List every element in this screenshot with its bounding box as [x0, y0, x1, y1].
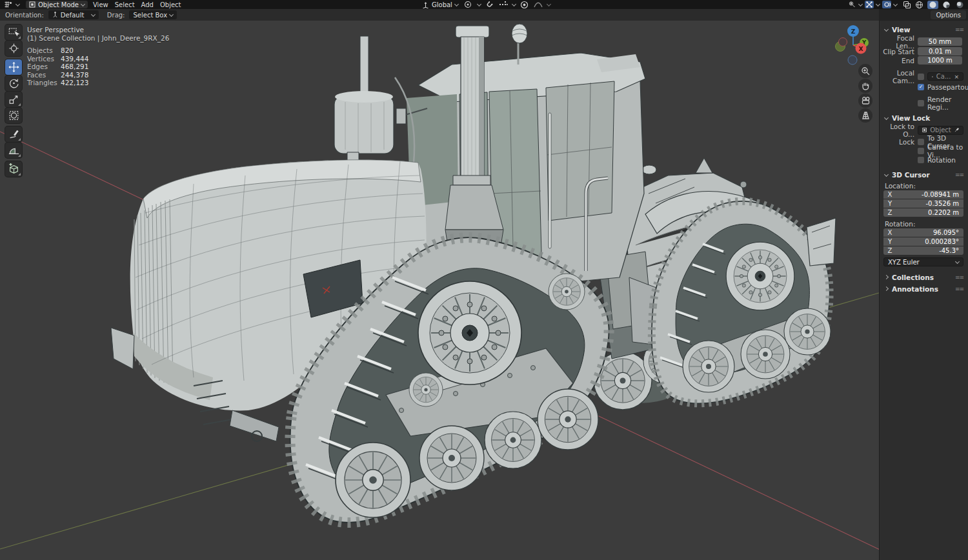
- render-region-checkbox[interactable]: [918, 100, 924, 106]
- snap-increment-icon[interactable]: [499, 1, 508, 8]
- gizmo-axis-neg-z[interactable]: [848, 55, 857, 65]
- panel-header-3d-cursor[interactable]: 3D Cursor ≡≡: [880, 170, 968, 180]
- snap-magnet-icon[interactable]: [485, 1, 494, 8]
- orientation-default-chevron-icon: [91, 12, 96, 16]
- tool-select-box[interactable]: [5, 25, 22, 40]
- rotation-order-dropdown[interactable]: XYZ Euler: [883, 257, 963, 266]
- panel-view-chevron-icon: [884, 26, 889, 31]
- cursor-location-x-field[interactable]: X-0.08941 m: [883, 190, 963, 199]
- cursor-rotation-x-field[interactable]: X96.095°: [883, 228, 963, 237]
- panel-drag-handle-icon[interactable]: ≡≡: [955, 286, 963, 292]
- tool-transform[interactable]: [5, 108, 22, 123]
- cursor-rotation-y-field[interactable]: Y0.000283°: [883, 237, 963, 246]
- orientation-default-dropdown[interactable]: Default: [48, 10, 99, 19]
- xray-toggle-icon[interactable]: [902, 1, 911, 8]
- lock-to-cursor-checkbox[interactable]: [918, 139, 924, 145]
- navigation-gizmo[interactable]: Z Y X: [831, 22, 876, 67]
- zoom-button[interactable]: [858, 64, 872, 78]
- tool-annotate[interactable]: [5, 126, 22, 142]
- clip-start-field[interactable]: 0.01 m: [918, 47, 962, 55]
- cursor-location-label: Location:: [885, 182, 916, 190]
- camera-view-button[interactable]: [858, 94, 872, 108]
- clip-end-row: End 1000 m: [880, 56, 968, 65]
- local-camera-checkbox[interactable]: [918, 74, 924, 80]
- panel-drag-handle-icon[interactable]: ≡≡: [955, 172, 963, 178]
- gizmo-axis-neg-x[interactable]: [839, 38, 847, 46]
- local-view-icon[interactable]: [882, 1, 891, 8]
- panel-header-collections[interactable]: Collections ≡≡: [880, 272, 968, 283]
- orientation-chevron-icon: [454, 1, 459, 6]
- falloff-chevron-icon[interactable]: [547, 1, 551, 6]
- lock-to-object-row: Lock to O... Object: [880, 126, 968, 134]
- menu-add[interactable]: Add: [140, 1, 155, 8]
- object-data-icon: [922, 127, 927, 133]
- scene-canvas: [0, 21, 879, 560]
- editor-type-chevron-icon[interactable]: [15, 1, 20, 6]
- tool-scale[interactable]: [5, 92, 22, 107]
- lock-rotation-checkbox[interactable]: [918, 157, 924, 163]
- pivot-point-icon[interactable]: [464, 1, 473, 8]
- gizmos-chevron-icon[interactable]: [858, 1, 863, 6]
- shading-material-button[interactable]: [941, 1, 952, 9]
- falloff-curve-icon[interactable]: [534, 1, 543, 8]
- object-mode-icon: [29, 1, 35, 8]
- editor-type-icon[interactable]: [3, 1, 12, 8]
- shading-wireframe-button[interactable]: [914, 1, 925, 9]
- eyedropper-icon[interactable]: [954, 127, 959, 133]
- lock-rotation-label: Rotation: [927, 156, 956, 164]
- drag-mode-dropdown[interactable]: Select Box: [129, 10, 177, 19]
- lock-rotation-row: Rotation: [880, 155, 968, 164]
- viewport-3d[interactable]: User Perspective (1) Scene Collection | …: [0, 21, 879, 560]
- panel-cursor-title: 3D Cursor: [892, 171, 930, 179]
- stat-row: Edges468,291: [27, 63, 88, 71]
- orientation-global-label: Global: [432, 1, 452, 8]
- focal-length-field[interactable]: 50 mm: [918, 37, 962, 46]
- menu-select[interactable]: Select: [114, 1, 136, 8]
- panel-viewlock-chevron-icon: [884, 115, 889, 119]
- tool-measure[interactable]: [5, 143, 22, 158]
- clear-camera-icon[interactable]: ×: [954, 74, 959, 80]
- camera-to-view-row: Camera to Vi...: [880, 146, 968, 155]
- cursor-location-z-field[interactable]: Z0.2202 m: [883, 208, 963, 217]
- show-gizmos-icon[interactable]: [847, 1, 856, 8]
- passepartout-checkbox[interactable]: ✓: [918, 84, 924, 90]
- stat-row: Triangles422,123: [27, 79, 88, 87]
- show-overlays-icon[interactable]: [865, 1, 874, 8]
- proportional-editing-icon[interactable]: [520, 1, 529, 8]
- pan-hand-button[interactable]: [858, 79, 872, 93]
- orientation-value: Default: [61, 12, 89, 19]
- snap-chevron-icon[interactable]: [512, 1, 516, 6]
- local-camera-object-field[interactable]: Ca... ×: [927, 72, 963, 81]
- lock-to-object-field[interactable]: Object: [918, 126, 963, 135]
- clip-end-field[interactable]: 1000 m: [918, 56, 962, 65]
- camera-to-view-checkbox[interactable]: [918, 148, 924, 154]
- clip-end-label: End: [880, 57, 914, 65]
- menu-view[interactable]: View: [92, 1, 110, 8]
- tool-cursor[interactable]: [5, 41, 22, 56]
- orientation-dropdown[interactable]: Global: [421, 1, 459, 8]
- overlays-chevron-icon[interactable]: [876, 1, 880, 6]
- options-button[interactable]: Options: [931, 10, 966, 19]
- menu-object[interactable]: Object: [159, 1, 183, 8]
- perspective-toggle-button[interactable]: [858, 108, 872, 123]
- localview-chevron-icon[interactable]: [893, 1, 898, 6]
- tool-move[interactable]: [5, 59, 22, 75]
- cursor-location-y-field[interactable]: Y-0.3526 m: [883, 199, 963, 208]
- tool-add-cube[interactable]: [5, 161, 22, 177]
- stat-row: Vertices439,444: [27, 55, 88, 63]
- shading-solid-button[interactable]: [927, 1, 938, 9]
- panel-annotations-title: Annotations: [892, 285, 938, 293]
- shading-rendered-button[interactable]: [954, 1, 965, 9]
- tool-rotate[interactable]: [5, 75, 22, 91]
- lock-label: Lock: [880, 138, 914, 146]
- clip-start-row: Clip Start 0.01 m: [880, 47, 968, 55]
- pivot-chevron-icon[interactable]: [477, 1, 481, 6]
- mode-dropdown[interactable]: Object Mode: [26, 1, 88, 8]
- drag-value: Select Box: [133, 12, 167, 19]
- cursor-rotation-z-field[interactable]: Z-45.3°: [883, 246, 963, 255]
- gizmo-x-label: X: [859, 46, 863, 52]
- panel-drag-handle-icon[interactable]: ≡≡: [955, 274, 963, 281]
- scene-breadcrumb: (1) Scene Collection | John_Deere_9RX_26: [27, 34, 169, 43]
- panel-header-annotations[interactable]: Annotations ≡≡: [880, 284, 968, 294]
- panel-drag-handle-icon[interactable]: ≡≡: [955, 26, 963, 33]
